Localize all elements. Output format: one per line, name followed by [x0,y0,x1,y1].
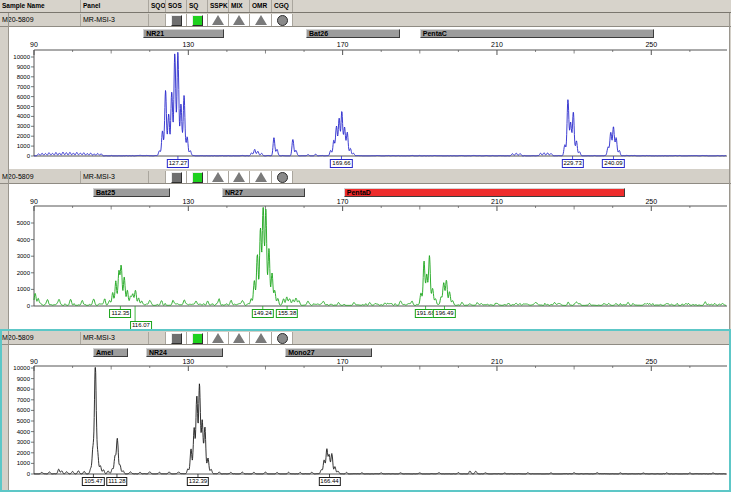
marker-bat26: Bat26 [306,29,400,38]
header-cell-sspk[interactable]: SSPK [208,0,229,12]
sq-flag-cell[interactable] [187,14,208,26]
peak-size-label[interactable]: 169.66 [330,159,352,168]
sspk-flag-icon [212,172,224,182]
sq-flag-cell[interactable] [187,332,208,344]
cgq-flag-cell[interactable] [272,332,293,344]
peak-size-label[interactable]: 240.09 [602,159,624,168]
marker-pentac: PentaC [420,29,655,38]
header-cell-sample-name[interactable]: Sample Name [0,0,81,12]
marker-pentad: PentaD [344,188,626,197]
marker-bat25: Bat25 [93,188,170,197]
panel-frame-right [729,13,730,492]
peak-size-label[interactable]: 127.27 [167,159,189,168]
header-cell-panel[interactable]: Panel [81,0,149,12]
sq-flag-icon [192,333,203,344]
sspk-flag-icon [212,15,224,25]
sos-flag-cell[interactable] [166,332,187,344]
header-cell-sos[interactable]: SOS [166,0,187,12]
header-cell-sqo[interactable]: SQO [149,0,166,12]
mix-flag-icon [233,172,245,182]
cgq-flag-icon [277,172,288,183]
peak-size-label[interactable]: 149.24 [252,309,274,318]
marker-nr27: NR27 [222,188,305,197]
omr-flag-cell[interactable] [250,332,272,344]
plot-background [9,184,729,329]
sqo-flag-cell [149,14,166,26]
sample-name-cell[interactable]: M20-5809 [0,171,81,183]
mix-flag-cell[interactable] [229,171,250,183]
marker-nr24: NR24 [146,348,223,357]
peak-size-label[interactable]: 166.44 [318,477,340,486]
cgq-flag-cell[interactable] [272,14,293,26]
mix-flag-cell[interactable] [229,332,250,344]
omr-flag-icon [255,172,267,182]
marker-amel: Amel [93,348,128,357]
panel-name-cell[interactable]: MR-MSI-3 [81,171,149,183]
panel-frame-left [8,13,9,492]
fragment-analysis-window: 9013017021025001000200030004000500060007… [0,0,731,492]
peak-size-label[interactable]: 105.47 [82,477,104,486]
header-cell-cgq[interactable]: CGQ [272,0,293,12]
peak-size-label[interactable]: 111.28 [106,477,127,486]
peak-size-label[interactable]: 229.73 [561,159,583,168]
peak-size-label[interactable]: 132.39 [187,477,209,486]
sample-name-cell[interactable]: M20-5809 [0,332,81,344]
marker-mono27: Mono27 [285,348,372,357]
omr-flag-cell[interactable] [250,14,272,26]
sq-flag-icon [192,172,203,183]
sq-flag-cell[interactable] [187,171,208,183]
sq-flag-icon [192,15,203,26]
plot-background [9,27,729,169]
sos-flag-icon [171,15,182,26]
omr-flag-icon [255,333,267,343]
header-cell-omr[interactable]: OMR [250,0,272,12]
header-cell-mix[interactable]: MIX [229,0,250,12]
result-row[interactable]: M20-5809MR-MSI-3 [0,14,731,27]
table-header: Sample NamePanelSQOSOSSQSSPKMIXOMRCGQ [0,0,731,13]
result-row[interactable]: M20-5809MR-MSI-3 [0,171,731,184]
panel-name-cell[interactable]: MR-MSI-3 [81,14,149,26]
sspk-flag-icon [212,333,224,343]
sos-flag-cell[interactable] [166,171,187,183]
marker-nr21: NR21 [143,29,224,38]
sspk-flag-cell[interactable] [208,171,229,183]
omr-flag-icon [255,15,267,25]
sos-flag-cell[interactable] [166,14,187,26]
peak-size-label[interactable]: 196.49 [433,309,455,318]
result-row[interactable]: M20-5809MR-MSI-3 [0,332,731,345]
cgq-flag-cell[interactable] [272,171,293,183]
cgq-flag-icon [277,15,288,26]
peak-size-label[interactable]: 155.38 [276,309,298,318]
sos-flag-icon [171,333,182,344]
peak-size-label[interactable]: 112.35 [109,309,131,318]
omr-flag-cell[interactable] [250,171,272,183]
plot-background [9,345,729,492]
mix-flag-icon [233,15,245,25]
mix-flag-icon [233,333,245,343]
sqo-flag-cell [149,332,166,344]
sspk-flag-cell[interactable] [208,332,229,344]
panel-name-cell[interactable]: MR-MSI-3 [81,332,149,344]
sspk-flag-cell[interactable] [208,14,229,26]
header-cell-sq[interactable]: SQ [187,0,208,12]
sos-flag-icon [171,172,182,183]
cgq-flag-icon [277,333,288,344]
mix-flag-cell[interactable] [229,14,250,26]
sample-name-cell[interactable]: M20-5809 [0,14,81,26]
peak-size-label[interactable]: 116.07 [130,321,152,330]
sqo-flag-cell [149,171,166,183]
